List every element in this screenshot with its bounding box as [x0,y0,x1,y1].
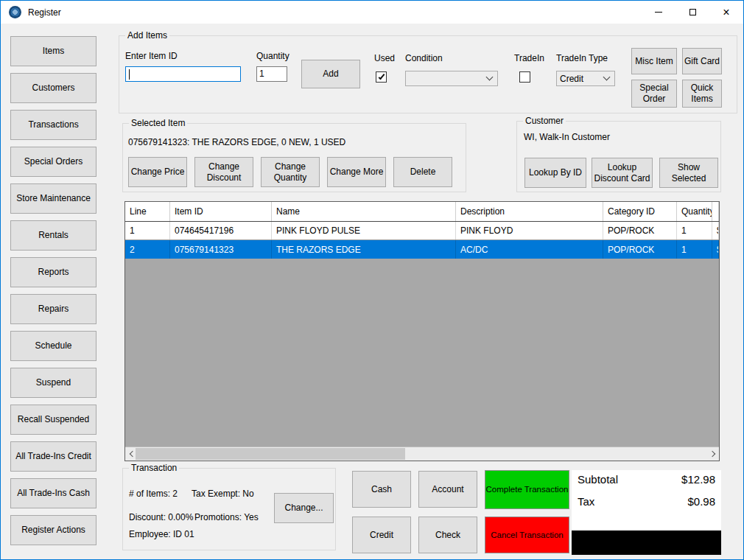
chevron-right-icon [709,451,715,457]
tradein-label: TradeIn [514,53,544,63]
account-button[interactable]: Account [418,471,477,508]
chevron-down-icon [603,74,611,81]
tax-value: $0.98 [687,495,715,508]
chevron-left-icon [129,451,135,457]
grid-column-header[interactable]: Quantity [677,202,712,221]
tradein-checkbox[interactable] [519,71,530,83]
grid-cell: 074645417196 [170,222,272,239]
grid-column-header[interactable]: Line [125,202,170,221]
sidebar-item-items[interactable]: Items [10,36,96,66]
add-button[interactable]: Add [301,60,360,88]
change-price-button[interactable]: Change Price [128,157,187,187]
cash-button[interactable]: Cash [352,471,411,508]
totals-panel: Subtotal $12.98 Tax $0.98 [572,470,721,529]
gift-card-button[interactable]: Gift Card [682,48,722,74]
complete-transaction-button[interactable]: Complete Transaction [485,470,569,509]
grid-column-header[interactable] [712,202,719,221]
check-button[interactable]: Check [418,517,477,553]
quick-items-button[interactable]: Quick Items [682,80,722,108]
credit-button[interactable]: Credit [352,517,411,553]
grid-row[interactable]: 2075679141323THE RAZORS EDGEAC/DCPOP/ROC… [125,240,719,259]
grid-cell: POP/ROCK [603,240,677,259]
grid-column-header[interactable]: Category ID [603,202,677,221]
quantity-label: Quantity [256,51,289,61]
sidebar: ItemsCustomersTransactionsSpecial Orders… [10,36,96,545]
total-label: Total: [578,536,608,550]
caption-buttons: × [642,1,743,24]
total-bar: Total: $13.96 [572,531,721,555]
tradein-type-label: TradeIn Type [556,53,608,63]
selected-item-groupbox: Selected Item 075679141323: THE RAZORS E… [122,123,466,192]
grid-cell: 1 [125,222,170,239]
grid-column-header[interactable]: Description [456,202,603,221]
enter-item-id-label: Enter Item ID [125,51,178,61]
register-window: Register × ItemsCustomersTransactionsSpe… [0,0,744,560]
delete-button[interactable]: Delete [393,157,452,187]
condition-label: Condition [405,53,443,63]
transaction-title: Transaction [129,463,179,473]
add-items-groupbox: Add Items Enter Item ID Quantity 1 Add U… [119,35,737,113]
sidebar-item-customers[interactable]: Customers [10,73,96,103]
cancel-transaction-button[interactable]: Cancel Transaction [485,517,569,553]
customer-name: WI, Walk-In Customer [524,132,610,142]
tradein-type-dropdown[interactable]: Credit [556,71,615,86]
change-button[interactable]: Change... [274,493,334,523]
sidebar-item-store-maintenance[interactable]: Store Maintenance [10,183,96,214]
items-grid: LineItem IDNameDescriptionCategory IDQua… [124,201,720,461]
sidebar-item-register-actions[interactable]: Register Actions [10,515,96,545]
grid-cell: POP/ROCK [603,222,677,239]
sidebar-item-transactions[interactable]: Transactions [10,110,96,140]
sidebar-item-recall-suspended[interactable]: Recall Suspended [10,405,96,435]
grid-cell: THE RAZORS EDGE [272,240,456,259]
lookup-by-id-button[interactable]: Lookup By ID [524,158,586,188]
grid-row[interactable]: 1074645417196PINK FLOYD PULSEPINK FLOYDP… [125,222,719,240]
sidebar-item-rentals[interactable]: Rentals [10,220,96,251]
selected-item-title: Selected Item [129,118,187,128]
scrollbar-thumb[interactable] [136,448,405,460]
sidebar-item-all-trade-ins-credit[interactable]: All Trade-Ins Credit [10,441,96,472]
tax-exempt-label: Tax Exempt: No [192,489,254,499]
sidebar-item-suspend[interactable]: Suspend [10,368,96,398]
subtotal-value: $12.98 [681,473,715,486]
grid-cell: AC/DC [456,240,603,259]
used-checkbox[interactable] [376,71,387,83]
subtotal-row: Subtotal $12.98 [572,473,721,486]
tax-row: Tax $0.98 [572,495,721,508]
sidebar-item-repairs[interactable]: Repairs [10,294,96,324]
close-icon: × [723,7,729,18]
sidebar-item-special-orders[interactable]: Special Orders [10,147,96,177]
grid-cell: $ [712,222,719,239]
show-selected-button[interactable]: Show Selected [659,158,718,188]
grid-header-row: LineItem IDNameDescriptionCategory IDQua… [125,202,719,222]
scroll-right-button[interactable] [706,447,719,461]
app-icon [9,6,21,18]
change-more-button[interactable]: Change More [327,157,386,187]
grid-column-header[interactable]: Item ID [170,202,272,221]
lookup-discount-card-button[interactable]: Lookup Discount Card [592,158,653,188]
grid-cell: 1 [677,240,712,259]
num-items-label: # of Items: 2 [129,489,178,499]
grid-column-header[interactable]: Name [272,202,456,221]
condition-dropdown[interactable] [405,71,498,86]
grid-cell: 1 [677,222,712,239]
item-id-input[interactable] [125,66,241,82]
minimize-button[interactable] [642,1,675,24]
employee-label: Employee: ID 01 [129,529,194,539]
tradein-type-value: Credit [560,74,604,84]
total-value: $13.96 [679,536,715,550]
change-discount-button[interactable]: Change Discount [194,157,253,187]
window-title: Register [28,7,61,18]
special-order-button[interactable]: Special Order [631,80,677,108]
change-quantity-button[interactable]: Change Quantity [261,157,320,187]
sidebar-item-schedule[interactable]: Schedule [10,331,96,361]
close-button[interactable]: × [709,1,743,24]
maximize-button[interactable] [675,1,709,24]
quantity-input[interactable]: 1 [256,66,287,82]
sidebar-item-reports[interactable]: Reports [10,257,96,287]
grid-horizontal-scrollbar[interactable] [125,447,719,461]
tax-label: Tax [578,495,594,508]
selected-item-summary: 075679141323: THE RAZORS EDGE, 0 NEW, 1 … [128,137,345,147]
used-label: Used [374,53,395,63]
misc-item-button[interactable]: Misc Item [631,48,677,74]
sidebar-item-all-trade-ins-cash[interactable]: All Trade-Ins Cash [10,478,96,508]
